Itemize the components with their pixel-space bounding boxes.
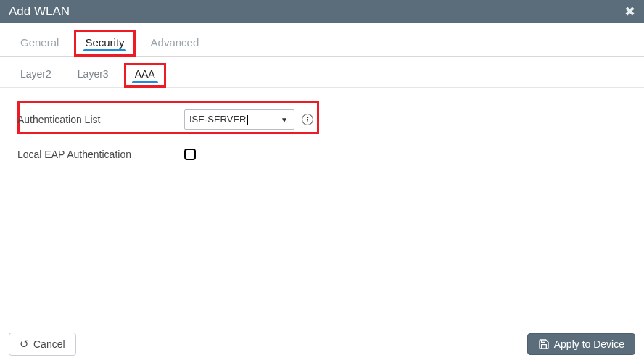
button-label: Apply to Device xyxy=(554,338,624,350)
close-icon[interactable]: ✖ xyxy=(624,4,635,20)
tab-label: Layer2 xyxy=(20,68,51,80)
auth-list-dropdown[interactable]: ISE-SERVER ▼ xyxy=(184,109,294,130)
row-authentication-list: Authentication List ISE-SERVER ▼ i xyxy=(17,105,627,134)
tab-layer2[interactable]: Layer2 xyxy=(10,64,62,87)
chevron-down-icon: ▼ xyxy=(281,116,288,124)
form-area: Authentication List ISE-SERVER ▼ i Local… xyxy=(0,88,644,325)
local-eap-checkbox[interactable] xyxy=(184,149,196,160)
primary-tabs: General Security Advanced xyxy=(0,23,644,57)
tab-label: AAA xyxy=(135,68,155,80)
dialog-title: Add WLAN xyxy=(9,4,70,19)
save-icon xyxy=(538,338,550,350)
row-local-eap: Local EAP Authentication xyxy=(17,140,627,169)
footer: Cancel Apply to Device xyxy=(0,325,644,363)
auth-list-label: Authentication List xyxy=(17,114,184,125)
tab-label: Layer3 xyxy=(78,68,109,80)
local-eap-label: Local EAP Authentication xyxy=(17,149,184,160)
button-label: Cancel xyxy=(33,338,65,350)
tab-advanced[interactable]: Advanced xyxy=(141,30,210,56)
dropdown-value: ISE-SERVER xyxy=(189,114,248,125)
apply-to-device-button[interactable]: Apply to Device xyxy=(527,333,635,355)
titlebar: Add WLAN ✖ xyxy=(0,0,644,23)
tab-aaa[interactable]: AAA xyxy=(125,64,165,87)
tab-label: Security xyxy=(85,36,124,49)
tab-general[interactable]: General xyxy=(10,30,69,56)
tab-label: General xyxy=(20,36,59,49)
info-icon[interactable]: i xyxy=(302,114,313,125)
undo-icon xyxy=(20,338,29,351)
tab-layer3[interactable]: Layer3 xyxy=(67,64,119,87)
tab-label: Advanced xyxy=(151,36,199,49)
secondary-tabs: Layer2 Layer3 AAA xyxy=(0,57,644,88)
tab-security[interactable]: Security xyxy=(75,30,134,56)
cancel-button[interactable]: Cancel xyxy=(9,333,76,356)
